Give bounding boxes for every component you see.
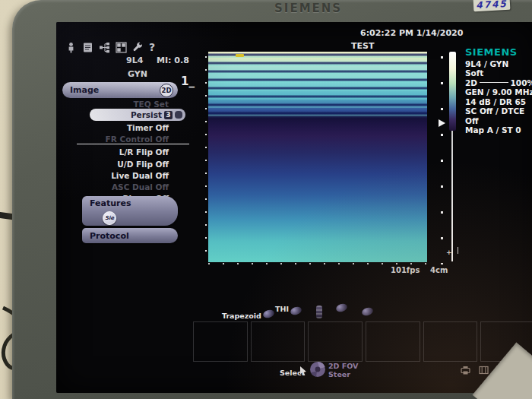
trapezoid-toggle[interactable] [262, 309, 275, 319]
scale-tick [458, 247, 458, 254]
softkey-row [193, 321, 532, 362]
probe-preset-readout: 9L4 / GYN [465, 59, 532, 69]
menu-item-live-dual[interactable]: Live Dual Off [71, 171, 169, 180]
toolbar: ? [65, 41, 155, 53]
menu-item-lr-flip[interactable]: L/R Flip Off [71, 147, 169, 157]
menu-item-persist[interactable]: Persist 3 [90, 109, 185, 121]
image-menu-button[interactable]: Image 2D [62, 82, 178, 98]
softkey-slot-1[interactable] [193, 321, 248, 362]
thi-label: THI [275, 305, 289, 313]
fov-steer-knob-icon[interactable] [309, 361, 326, 378]
monitor-bezel: SIEMENS 4745 6:02:22 PM 1/14/2020 TEST ?… [12, 0, 532, 399]
mode-line [480, 82, 508, 83]
grayscale-map-bar [449, 52, 456, 131]
setup-wrench-icon[interactable] [132, 42, 144, 53]
left-depth-ruler [205, 56, 207, 258]
siemens-logo: SIEMENS [465, 48, 532, 58]
monitor-brand-label: SIEMENS [274, 2, 342, 15]
caliper-marker: + [446, 249, 452, 256]
menu-item-ud-flip[interactable]: U/D Flip Off [71, 160, 169, 169]
protocol-button[interactable]: Protocol [82, 228, 178, 243]
depth-scale-line [451, 131, 453, 261]
annotation-cursor: 1_ [181, 74, 195, 88]
mini-slider-control[interactable] [316, 306, 322, 318]
power-readout: 100% [511, 78, 532, 88]
reverberation-bands [208, 52, 427, 119]
depth-readout: 4cm [430, 266, 448, 274]
report-icon[interactable] [82, 42, 93, 53]
review-icon[interactable] [99, 42, 110, 53]
trapezoid-label: Trapezoid [222, 312, 261, 320]
print-icon[interactable] [461, 366, 470, 375]
right-depth-markers [441, 56, 443, 264]
softkey-slot-2[interactable] [251, 321, 306, 362]
orientation-marker [236, 54, 244, 57]
unlabeled-toggle-1[interactable] [335, 302, 348, 313]
softkey-slot-4[interactable] [366, 321, 420, 362]
menu-separator [77, 144, 189, 144]
fov-steer-label: 2D FOV Steer [328, 363, 358, 378]
help-icon[interactable]: ? [149, 41, 155, 53]
clip-film-icon[interactable] [479, 366, 489, 375]
map-st-readout: Map A / ST 0 [465, 125, 532, 135]
frequency-readout: GEN / 9.00 MHz [465, 87, 532, 97]
sie-button[interactable]: Sie [103, 211, 116, 225]
features-button[interactable]: Features Sie [82, 196, 178, 226]
patient-name: TEST [351, 41, 374, 51]
mi-readout: MI: 0.8 [157, 55, 189, 65]
frame-rate-readout: 101fps [391, 266, 420, 274]
thi-toggle[interactable] [290, 306, 302, 316]
softkey-slot-5[interactable] [423, 321, 478, 362]
layout-icon[interactable] [116, 42, 127, 53]
gain-dr-readout: 14 dB / DR 65 [465, 97, 532, 107]
menu-item-timer[interactable]: Timer Off [71, 123, 169, 132]
sticky-note: 4745 [473, 0, 511, 11]
transducer-label: 9L4 [126, 55, 143, 65]
unlabeled-toggle-2[interactable] [361, 306, 374, 317]
mode-2d-badge: 2D [160, 84, 173, 97]
timestamp: 6:02:22 PM 1/14/2020 [360, 28, 463, 38]
mode-readout: 2D [465, 78, 477, 88]
ultrasound-screen: 6:02:22 PM 1/14/2020 TEST ? 9L4 MI: 0.8 … [56, 22, 532, 393]
select-cursor-icon [299, 366, 307, 375]
persist-value: 3 [164, 111, 173, 119]
bottom-width-ruler [208, 263, 427, 264]
menu-item-teq-set[interactable]: TEQ Set [71, 100, 169, 109]
preset-label: GYN [128, 69, 147, 79]
menu-item-asc-dual[interactable]: ASC Dual Off [71, 182, 169, 192]
ultrasound-image [208, 52, 427, 262]
persist-indicator [175, 111, 182, 119]
sc-dtce-readout: SC Off / DTCE Off [465, 106, 532, 125]
mode-power-row: 2D 100% [465, 78, 532, 88]
patient-icon[interactable] [65, 42, 77, 53]
imaging-parameters-panel: SIEMENS 9L4 / GYN Soft 2D 100% GEN / 9.0… [465, 48, 532, 135]
map-soft-readout: Soft [465, 68, 532, 78]
menu-item-fr-control[interactable]: FR Control Off [71, 135, 169, 144]
focus-position-marker[interactable] [439, 119, 445, 127]
softkey-slot-3[interactable] [308, 321, 363, 362]
